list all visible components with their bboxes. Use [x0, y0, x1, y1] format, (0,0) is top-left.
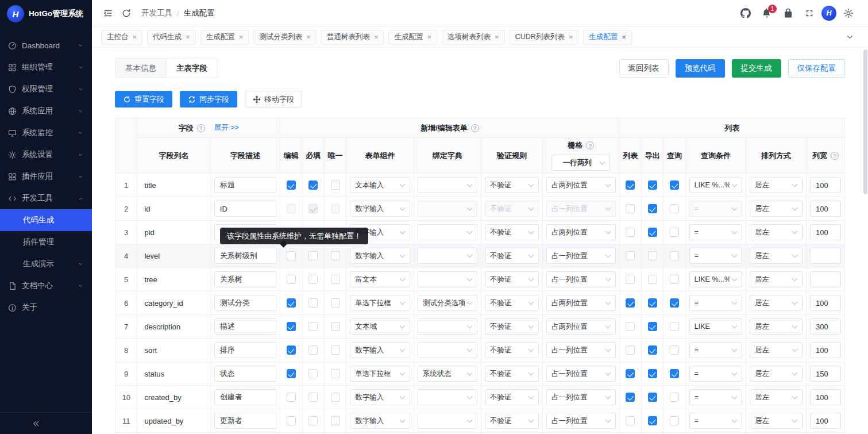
rule-select[interactable]: 不验证 — [485, 389, 539, 405]
list-checkbox[interactable] — [626, 275, 635, 284]
preview-code-button[interactable]: 预览代码 — [676, 59, 725, 78]
required-checkbox[interactable] — [308, 204, 318, 213]
dict-select[interactable] — [418, 389, 477, 405]
align-select[interactable]: 居左 — [750, 389, 803, 405]
field-desc-input[interactable]: 描述 — [214, 318, 276, 335]
query-checkbox[interactable] — [670, 322, 679, 331]
edit-checkbox[interactable] — [287, 416, 296, 425]
condition-select[interactable]: = — [689, 295, 742, 311]
list-checkbox[interactable] — [626, 322, 635, 331]
tabbar-tab[interactable]: 生成配置× — [583, 30, 632, 45]
grid-select[interactable]: 占两列位置 — [546, 177, 616, 193]
field-desc-input[interactable]: 上级 — [214, 224, 276, 240]
grid-select[interactable]: 占一列位置 — [546, 366, 616, 382]
component-select[interactable]: 数字输入 — [350, 342, 410, 358]
tab-close-icon[interactable]: × — [239, 33, 244, 41]
required-checkbox[interactable] — [308, 298, 318, 308]
condition-select[interactable]: = — [689, 224, 742, 240]
grid-select[interactable]: 占两列位置 — [546, 295, 616, 311]
field-desc-input[interactable]: 关系树 — [214, 271, 276, 287]
tabbar-tab[interactable]: 主控台× — [101, 30, 142, 45]
width-input[interactable]: 150 — [810, 366, 841, 382]
sidebar-item-system-monitor[interactable]: 系统监控 — [0, 122, 92, 144]
expand-fields-link[interactable]: 展开 >> — [214, 123, 239, 133]
grid-select[interactable]: 占一列位置 — [546, 389, 616, 405]
unique-checkbox[interactable] — [331, 275, 340, 284]
grid-select[interactable]: 占两列位置 — [546, 318, 616, 335]
align-select[interactable]: 居左 — [750, 248, 803, 264]
notification-bell-icon[interactable]: 1 — [758, 4, 776, 22]
info-icon[interactable] — [197, 124, 205, 132]
sidebar-item-generation-demo[interactable]: 生成演示 — [0, 253, 92, 275]
tab-close-icon[interactable]: × — [374, 33, 379, 41]
tabbar-tab[interactable]: 选项树表列表× — [442, 30, 505, 45]
info-icon[interactable] — [586, 141, 594, 149]
card-tab-basic-info[interactable]: 基本信息 — [115, 58, 167, 78]
sidebar-item-permission[interactable]: 权限管理 — [0, 78, 92, 100]
info-icon[interactable] — [471, 124, 479, 132]
tab-close-icon[interactable]: × — [495, 33, 499, 41]
width-input[interactable] — [810, 248, 841, 264]
tabbar-tab[interactable]: 普通树表列表× — [321, 30, 384, 45]
dict-select[interactable] — [418, 177, 477, 193]
info-icon[interactable] — [831, 152, 839, 160]
list-checkbox[interactable] — [626, 180, 635, 190]
tab-close-icon[interactable]: × — [427, 33, 431, 41]
grid-select[interactable]: 占一列位置 — [546, 271, 616, 287]
required-checkbox[interactable] — [308, 275, 318, 284]
edit-checkbox[interactable] — [287, 275, 296, 284]
edit-checkbox[interactable] — [287, 298, 296, 308]
align-select[interactable]: 居左 — [750, 366, 803, 382]
rule-select[interactable]: 不验证 — [485, 201, 539, 217]
field-desc-input[interactable]: 排序 — [214, 342, 276, 358]
unique-checkbox[interactable] — [331, 228, 340, 237]
export-checkbox[interactable] — [648, 180, 657, 190]
lock-screen-icon[interactable] — [779, 4, 797, 22]
width-input[interactable]: 300 — [810, 318, 841, 335]
rule-select[interactable]: 不验证 — [485, 224, 539, 240]
rule-select[interactable]: 不验证 — [485, 177, 539, 193]
component-select[interactable]: 数字输入 — [350, 248, 410, 264]
width-input[interactable]: 100 — [810, 201, 841, 217]
save-config-only-button[interactable]: 仅保存配置 — [788, 59, 846, 78]
condition-select[interactable]: = — [689, 389, 742, 405]
sidebar-item-plugin-manage[interactable]: 插件管理 — [0, 231, 92, 253]
align-select[interactable]: 居左 — [750, 295, 803, 311]
condition-select[interactable]: LIKE %...% — [689, 271, 742, 287]
user-avatar[interactable]: H — [821, 6, 836, 21]
dict-select[interactable] — [418, 413, 477, 429]
query-checkbox[interactable] — [670, 275, 679, 284]
query-checkbox[interactable] — [670, 393, 679, 402]
tab-close-icon[interactable]: × — [186, 33, 190, 41]
query-checkbox[interactable] — [670, 228, 679, 237]
sidebar-item-system-app[interactable]: 系统应用 — [0, 100, 92, 122]
sidebar-collapse-icon[interactable] — [32, 420, 40, 428]
width-input[interactable]: 100 — [810, 413, 841, 429]
sidebar-item-dashboard[interactable]: Dashboard — [0, 34, 92, 56]
sidebar-item-code-generation[interactable]: 代码生成 — [0, 209, 92, 231]
align-select[interactable]: 居左 — [750, 413, 803, 429]
dict-select[interactable] — [418, 271, 477, 287]
export-checkbox[interactable] — [648, 251, 657, 260]
list-checkbox[interactable] — [626, 251, 635, 260]
tab-close-icon[interactable]: × — [569, 33, 573, 41]
edit-checkbox[interactable] — [287, 322, 296, 331]
grid-select[interactable]: 占一列位置 — [546, 413, 616, 429]
width-input[interactable]: 100 — [810, 224, 841, 240]
field-desc-input[interactable]: ID — [214, 201, 276, 217]
list-checkbox[interactable] — [626, 345, 635, 355]
menu-collapse-icon[interactable] — [99, 4, 117, 22]
width-input[interactable]: 100 — [810, 295, 841, 311]
width-input[interactable]: 100 — [810, 389, 841, 405]
fullscreen-icon[interactable] — [800, 4, 819, 22]
query-checkbox[interactable] — [670, 251, 679, 260]
unique-checkbox[interactable] — [331, 204, 340, 213]
grid-select[interactable]: 占一列位置 — [546, 248, 616, 264]
component-select[interactable]: 富文本 — [350, 271, 410, 287]
grid-select[interactable]: 占一列位置 — [546, 342, 616, 358]
unique-checkbox[interactable] — [331, 345, 340, 355]
export-checkbox[interactable] — [648, 298, 657, 308]
component-select[interactable]: 数字输入 — [350, 224, 410, 240]
export-checkbox[interactable] — [648, 393, 657, 402]
rule-select[interactable]: 不验证 — [485, 366, 539, 382]
